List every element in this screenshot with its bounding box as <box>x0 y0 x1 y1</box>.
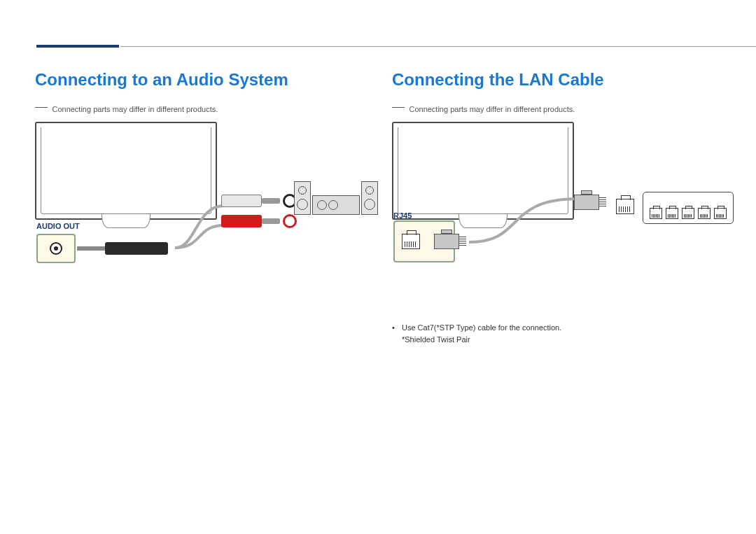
audio-out-label: AUDIO OUT <box>36 222 80 230</box>
rj45-inline-port-icon <box>616 199 634 214</box>
audio-section: Connecting to an Audio System Connecting… <box>35 70 364 345</box>
lan-note: Connecting parts may differ in different… <box>392 102 721 115</box>
stereo-system-icon <box>294 181 378 237</box>
rj45-label: RJ45 <box>393 211 412 220</box>
lan-bullet-line2: *Shielded Twist Pair <box>402 335 470 344</box>
switch-port-icon <box>650 208 662 219</box>
header-rule <box>120 46 756 47</box>
switch-port-icon <box>698 208 710 219</box>
audio-section-title: Connecting to an Audio System <box>35 70 364 90</box>
switch-port-icon <box>714 208 727 219</box>
network-switch-icon <box>643 192 734 224</box>
stereo-deck-icon <box>312 195 360 215</box>
ethernet-plug-right-icon <box>574 193 608 211</box>
rca-white-plug-icon <box>221 192 298 209</box>
audio-jack-icon <box>50 242 62 255</box>
lan-note-text: Connecting parts may differ in different… <box>409 105 575 113</box>
lan-section: Connecting the LAN Cable Connecting part… <box>392 70 721 345</box>
audio-note: Connecting parts may differ in different… <box>35 102 364 115</box>
switch-port-icon <box>682 208 694 219</box>
audio-y-cable-icon <box>154 199 280 283</box>
header-accent-bar <box>36 45 119 48</box>
lan-section-title: Connecting the LAN Cable <box>392 70 721 90</box>
switch-port-icon <box>666 208 678 219</box>
note-dash-icon <box>392 107 405 108</box>
rj45-port-icon <box>402 234 420 249</box>
lan-cable-spec-note: Use Cat7(*STP Type) cable for the connec… <box>392 322 721 345</box>
display-stand-icon <box>102 214 150 228</box>
lan-bullet-line1: Use Cat7(*STP Type) cable for the connec… <box>402 323 561 332</box>
speaker-right-icon <box>361 181 378 215</box>
rca-red-plug-icon <box>221 213 298 230</box>
audio-note-text: Connecting parts may differ in different… <box>52 105 218 113</box>
note-dash-icon <box>35 107 48 108</box>
speaker-left-icon <box>294 181 311 215</box>
lan-diagram: RJ45 <box>392 115 721 283</box>
page-columns: Connecting to an Audio System Connecting… <box>35 70 721 345</box>
audio-out-port-icon <box>36 234 76 263</box>
audio-diagram: AUDIO OUT <box>35 115 364 283</box>
